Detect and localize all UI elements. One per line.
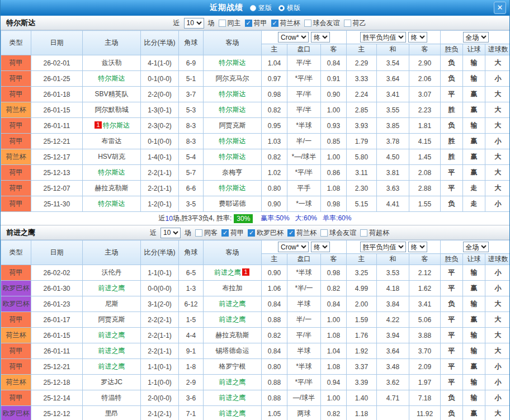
filter-checkbox[interactable]: 球会友谊 [304,18,340,28]
home-team: 里昂 [83,406,141,420]
away-team: 布拉加 [204,281,262,296]
euro-away-odds: 1.45 [409,149,441,165]
asian-away-odds: 1.04 [321,343,347,359]
filter-checkbox[interactable]: 荷甲 [221,228,244,238]
checkbox-label: 荷乙 [353,18,366,28]
asian-home-odds: 0.90 [262,196,287,212]
match-score: 2-2(1-1) [141,181,179,196]
handicap-line: 平手 [287,181,321,196]
filter-checkbox[interactable]: 同主 [219,18,241,28]
euro-away-odds: 1.55 [409,196,441,212]
bookmaker-select[interactable]: Crow* [278,32,309,43]
home-team-name: 前进之鹰 [98,331,125,339]
recent-count-select[interactable]: 10 [184,18,204,29]
home-team-name: 特尔斯达 [98,74,125,82]
corners: 9-1 [179,343,204,359]
filter-bar: 近10场同主荷甲荷兰杯球会友谊荷乙 [35,18,504,29]
filter-checkbox[interactable]: 荷乙 [344,18,366,28]
match-row: 欧罗巴杯25-12-12里昂2-1(2-1)7-1前进之鹰1.05两球0.821… [1,406,510,420]
avg-odds-select[interactable]: 胜平负均值 [360,32,406,43]
handicap-line: 平/半 [287,55,321,71]
filter-checkbox[interactable]: 荷超杯 [360,228,389,238]
col-header-corner: 角球 [179,240,204,265]
asian-away-odds: 0.84 [321,296,347,312]
away-team-name: 费耶诺德 [219,200,246,207]
filter-checkbox[interactable]: 荷兰杯 [271,18,300,28]
home-team: 1特尔斯达 [83,118,141,134]
filter-checkbox[interactable]: 荷甲 [245,18,267,28]
away-team: 特尔斯达 [204,102,262,118]
avg-odds-select[interactable]: 胜平负均值 [360,242,406,252]
corners: 8-3 [179,134,204,149]
handicap-line: *一球 [287,196,321,212]
handicap-line: 半球 [287,296,321,312]
home-team: 赫拉克勒斯 [83,181,141,196]
filter-bar: 近10场同客荷甲欧罗巴杯荷兰杯球会友谊荷超杯 [35,228,504,238]
league-badge: 荷甲 [1,196,31,212]
euro-draw-odds: 4.41 [377,196,409,212]
matches-table: 类型 日期 主场 比分(半场) 角球 客场 Crow*终 胜平负均值终 全场 [1,240,510,420]
checkbox-label: 荷甲 [254,18,267,28]
scope-select[interactable]: 全场 [463,242,489,252]
col-header-goals: 进球数 [485,254,510,265]
euro-away-odds: 2.08 [409,165,441,181]
scope-controls: 全场 [441,31,510,44]
layout-radio-vertical[interactable]: 竖版 [250,3,272,13]
layout-radio-horizontal[interactable]: 横版 [278,3,300,13]
home-team: 兹沃勒 [83,55,141,71]
col-header-euro-away: 客 [409,254,441,265]
asian-home-odds: 0.88 [262,312,287,328]
match-date: 26-01-30 [31,281,83,296]
asian-away-odds: 1.08 [321,328,347,343]
match-date: 25-11-30 [31,196,83,212]
match-date: 26-01-15 [31,102,83,118]
filter-checkbox[interactable]: 欧罗巴杯 [248,228,284,238]
recent-count-select[interactable]: 10 [160,228,181,238]
titlebar-center: 近期战绩 竖版 横版 [210,3,300,13]
filter-checkbox[interactable]: 同客 [195,228,218,238]
result-outcome: 负 [441,71,463,87]
final-avg-select[interactable]: 终 [408,32,427,43]
titlebar: 近期战绩 竖版 横版 ✕ [1,0,509,16]
filter-checkbox[interactable]: 球会友谊 [320,228,356,238]
checkbox-icon [248,229,255,237]
euro-home-odds: 1.59 [347,312,377,328]
match-date: 26-01-15 [31,328,83,343]
radio-label: 竖版 [258,3,272,13]
home-team-name: 里昂 [105,409,119,417]
handicap-line: *半球 [287,359,321,375]
match-date: 26-01-17 [31,312,83,328]
checkbox-icon [304,20,311,27]
handicap-outcome: 输 [463,296,485,312]
euro-away-odds: 2.90 [409,55,441,71]
asian-home-odds: 0.88 [262,390,287,406]
close-button[interactable]: ✕ [494,2,506,14]
final-avg-select[interactable]: 终 [408,242,427,252]
euro-home-odds: 5.80 [347,149,377,165]
result-outcome: 平 [441,165,463,181]
handicap-outcome: 赢 [463,281,485,296]
final-odds-select[interactable]: 终 [311,242,330,252]
scope-select[interactable]: 全场 [463,32,489,43]
handicap-line: 两球 [287,406,321,420]
final-odds-select[interactable]: 终 [311,32,330,43]
away-team: 前进之鹰 [204,390,262,406]
home-team: 特尔斯达 [83,165,141,181]
handicap-line: 平/半 [287,328,321,343]
filter-checkbox[interactable]: 荷兰杯 [287,228,317,238]
goals-outcome: 大 [485,118,510,134]
euro-draw-odds [377,406,409,420]
col-header-corner: 角球 [179,31,204,55]
league-badge: 荷甲 [1,265,31,281]
home-team-name: 赫拉克勒斯 [95,184,129,192]
match-row: 荷甲25-12-14特温特2-0(0-0)3-6前进之鹰0.88—/球半1.00… [1,390,510,406]
col-header-asian-home: 主 [262,254,287,265]
handicap-line: *半/一 [287,281,321,296]
col-header-euro-away: 客 [409,44,441,55]
asian-home-odds: 0.82 [262,149,287,165]
euro-home-odds: 2.24 [347,87,377,102]
match-date: 26-01-11 [31,118,83,134]
bookmaker-select[interactable]: Crow* [278,242,309,252]
asian-away-odds: 0.85 [321,134,347,149]
match-row: 荷甲26-02-01兹沃勒4-1(1-0)6-9特尔斯达1.04平/半0.842… [1,55,510,71]
